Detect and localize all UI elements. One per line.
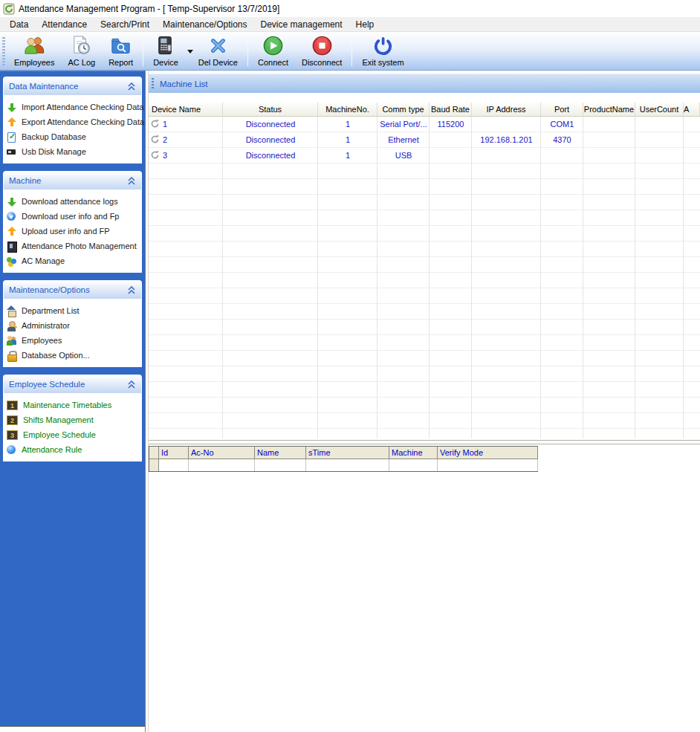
pane-splitter[interactable]: [149, 440, 700, 444]
log-cell: [389, 459, 438, 471]
cell-productname: [583, 132, 635, 148]
sidebar-item[interactable]: Database Option...: [6, 348, 142, 363]
sidebar-item[interactable]: Usb Disk Manage: [6, 144, 142, 159]
sidebar-item[interactable]: Import Attendance Checking Data: [6, 100, 142, 114]
cell-productname: [583, 148, 635, 163]
blue-ball-icon: [6, 444, 17, 456]
sidebar-item[interactable]: Maintenance Timetables: [6, 398, 142, 412]
del-device-button[interactable]: Del Device: [192, 33, 244, 69]
column-header-comm-type[interactable]: Comm type: [377, 103, 430, 116]
sidebar: Data Maintenance Import Attendance Check…: [0, 71, 145, 727]
toolbar-button-label: AC Log: [68, 58, 95, 67]
device-icon: [154, 34, 177, 57]
column-header-productname[interactable]: ProductName: [583, 103, 635, 116]
log-column-header-name[interactable]: Name: [255, 447, 306, 459]
section-title: Employee Schedule: [9, 380, 127, 389]
sidebar-item[interactable]: Export Attendance Checking Data: [6, 114, 142, 129]
sidebar-item[interactable]: Download user info and Fp: [6, 209, 142, 224]
cell-baud-rate: [430, 132, 472, 148]
disconnect-button[interactable]: Disconnect: [295, 33, 349, 69]
column-header-a[interactable]: A: [684, 103, 700, 116]
caption-grip[interactable]: [152, 78, 154, 89]
row-selector-header: [149, 447, 159, 459]
sidebar-item[interactable]: Attendance Rule: [6, 442, 142, 457]
machine-row[interactable]: 3Disconnected1USB: [149, 148, 700, 163]
log-column-header-ac-no[interactable]: Ac-No: [189, 447, 255, 459]
database-lock-icon: [6, 350, 17, 361]
collapse-chevron-icon[interactable]: [127, 380, 136, 389]
sidebar-item[interactable]: Backup Database: [6, 129, 142, 144]
log-empty-row[interactable]: [149, 459, 537, 471]
usb-disk-icon: [6, 146, 17, 158]
column-header-status[interactable]: Status: [223, 103, 318, 116]
cell-machineno-: 1: [318, 117, 377, 132]
menu-item[interactable]: Device management: [254, 18, 349, 31]
toolbar-separator: [143, 36, 143, 66]
column-header-baud-rate[interactable]: Baud Rate: [430, 103, 472, 116]
download-logs-icon: [6, 196, 17, 207]
delete-device-icon: [207, 34, 230, 57]
column-header-port[interactable]: Port: [541, 103, 583, 116]
collapse-chevron-icon[interactable]: [127, 177, 136, 185]
log-cell: [438, 459, 538, 471]
column-header-device-name[interactable]: Device Name: [149, 103, 223, 116]
toolbar-grip[interactable]: [2, 37, 5, 65]
log-column-header-stime[interactable]: sTime: [306, 447, 389, 459]
section-title: Maintenance/Options: [9, 285, 127, 294]
ac-log-button[interactable]: AC Log: [61, 33, 102, 69]
section-header[interactable]: Data Maintenance: [3, 77, 142, 95]
menu-item[interactable]: Attendance: [35, 18, 94, 31]
menu-item[interactable]: Search/Print: [94, 18, 156, 31]
column-header-ip-address[interactable]: IP Address: [472, 103, 541, 116]
sidebar-item[interactable]: Upload user info and FP: [6, 224, 142, 239]
cell-a: [684, 117, 700, 132]
section-header[interactable]: Machine: [3, 171, 142, 190]
toolbar-button-label: Del Device: [198, 58, 238, 67]
sidebar-item[interactable]: Employees: [6, 333, 142, 348]
employees-button[interactable]: Employees: [7, 33, 61, 69]
sidebar-item[interactable]: AC Manage: [6, 253, 142, 268]
sidebar-item[interactable]: Employee Schedule: [6, 427, 142, 442]
toolbar: Employees AC Log Report: [0, 32, 700, 71]
section-header[interactable]: Employee Schedule: [3, 375, 142, 393]
log-cell: [189, 459, 255, 471]
report-button[interactable]: Report: [102, 33, 140, 69]
device-button[interactable]: Device: [146, 33, 192, 69]
log-column-header-machine[interactable]: Machine: [389, 447, 438, 459]
sidebar-item[interactable]: Download attendance logs: [6, 194, 142, 209]
cell-status: Disconnected: [223, 148, 318, 163]
window-title: Attendance Management Program - [ Temp-S…: [19, 4, 279, 14]
machine-row[interactable]: 2Disconnected1Ethernet192.168.1.2014370: [149, 132, 700, 148]
department-icon: [6, 305, 17, 317]
collapse-chevron-icon[interactable]: [127, 82, 136, 91]
sidebar-item[interactable]: Shifts Management: [6, 412, 142, 427]
import-arrow-icon: [6, 102, 17, 113]
section-header[interactable]: Maintenance/Options: [3, 280, 142, 299]
toolbar-button-label: Device: [153, 58, 178, 67]
device-icon: [150, 135, 160, 144]
connect-button[interactable]: Connect: [251, 33, 295, 69]
cell-baud-rate: [430, 148, 472, 163]
collapse-chevron-icon[interactable]: [127, 286, 136, 294]
menu-item[interactable]: Help: [349, 18, 381, 31]
menu-item[interactable]: Maintenance/Options: [156, 18, 253, 31]
app-icon[interactable]: [3, 3, 15, 15]
upload-user-icon: [6, 226, 17, 237]
cell-port: 4370: [541, 132, 583, 148]
exit-system-button[interactable]: Exit system: [355, 33, 410, 69]
sidebar-item[interactable]: Attendance Photo Management: [6, 239, 142, 253]
menu-item[interactable]: Data: [3, 18, 35, 31]
timetable-2-icon: [7, 415, 18, 425]
log-column-header-id[interactable]: Id: [159, 447, 189, 459]
machine-row[interactable]: 1Disconnected1Serial Port/...115200COM1: [149, 117, 700, 132]
cell-a: [684, 148, 700, 163]
sidebar-item[interactable]: Department List: [6, 303, 142, 318]
title-bar: Attendance Management Program - [ Temp-S…: [0, 0, 700, 17]
log-column-header-verify-mode[interactable]: Verify Mode: [438, 447, 538, 459]
column-header-machineno-[interactable]: MachineNo.: [318, 103, 377, 116]
sidebar-item[interactable]: Administrator: [6, 318, 142, 333]
cell-device-name: 3: [149, 148, 223, 163]
timetable-1-icon: [7, 401, 18, 410]
grid-line: [222, 117, 223, 438]
column-header-usercount[interactable]: UserCount: [635, 103, 684, 116]
